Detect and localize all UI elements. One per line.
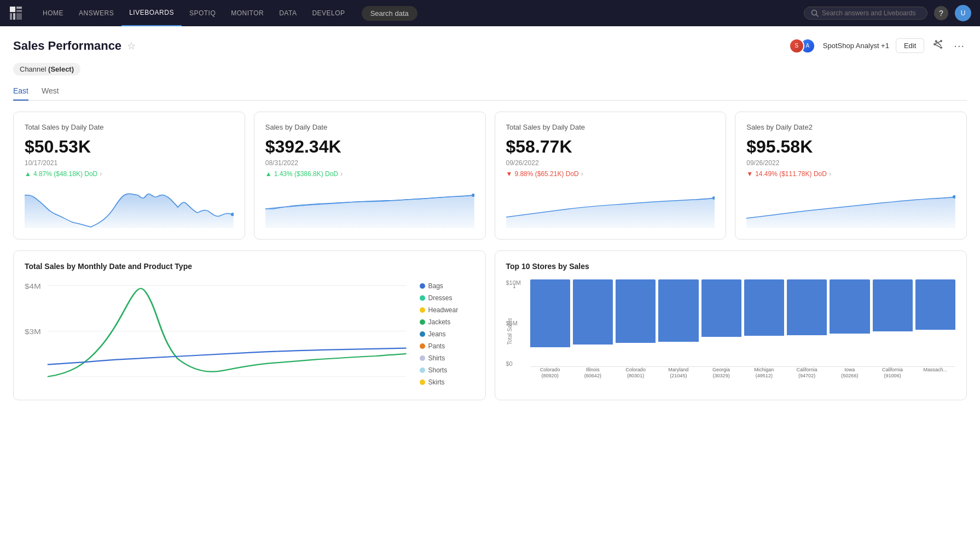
page-title-row: Sales Performance ☆: [13, 39, 136, 53]
bar-chart-container: $10M $5M $0 ↓ Total Sales: [506, 279, 956, 383]
card-title-3: Total Sales by Daily Date: [506, 123, 715, 131]
line-chart-title: Total Sales by Monthly Date and Product …: [25, 262, 474, 271]
svg-rect-5: [16, 13, 22, 20]
bar-group-6: [744, 279, 784, 366]
legend-jeans: Jeans: [420, 330, 474, 338]
card-delta-text-4: 14.49% ($111.78K) DoD: [755, 170, 827, 178]
favorite-button[interactable]: ☆: [127, 40, 136, 52]
collaborators-label: SpotShop Analyst +1: [823, 42, 889, 50]
collab-avatar-1: S: [789, 38, 804, 54]
sort-icon[interactable]: ↓: [513, 281, 517, 290]
share-button[interactable]: [931, 37, 945, 54]
search-input[interactable]: [822, 9, 920, 17]
card-date-1: 10/17/2021: [25, 159, 234, 167]
legend-label-dresses: Dresses: [428, 294, 453, 302]
main-content: Sales Performance ☆ S A SpotShop Analyst…: [0, 26, 980, 537]
legend-shorts: Shorts: [420, 366, 474, 374]
edit-button[interactable]: Edit: [896, 38, 924, 53]
tab-west[interactable]: West: [42, 86, 59, 101]
svg-rect-0: [10, 7, 15, 12]
bar-9[interactable]: [873, 279, 913, 331]
bar-8[interactable]: [830, 279, 869, 334]
bar-group-5: [701, 279, 741, 366]
bar-5[interactable]: [701, 279, 741, 337]
bar-1[interactable]: [530, 279, 570, 347]
chevron-right-icon-2: ›: [340, 170, 343, 178]
card-delta-text-3: 9.88% ($65.21K) DoD: [514, 170, 578, 178]
y-label-top: $10M: [506, 279, 527, 286]
card-delta-4[interactable]: ▼ 14.49% ($111.78K) DoD ›: [746, 170, 955, 178]
nav-home[interactable]: HOME: [35, 0, 71, 26]
nav-monitor[interactable]: MONITOR: [223, 0, 271, 26]
legend-dot-bags: [420, 283, 425, 289]
card-chart-1: [25, 184, 234, 228]
legend-dot-dresses: [420, 295, 425, 301]
bar-10[interactable]: [915, 279, 955, 330]
x-label-8: Iowa(50266): [830, 367, 869, 383]
x-label-3: Colorado(80301): [616, 367, 656, 383]
x-label-5: Georgia(30329): [701, 367, 741, 383]
legend-dot-headwear: [420, 307, 425, 313]
y-axis-title: Total Sales: [506, 318, 512, 345]
card-chart-4: [746, 184, 955, 228]
down-arrow-icon-4: ▼: [746, 170, 753, 178]
nav-liveboards[interactable]: LIVEBOARDS: [121, 0, 182, 26]
bar-3[interactable]: [616, 279, 656, 343]
card-delta-3[interactable]: ▼ 9.88% ($65.21K) DoD ›: [506, 170, 715, 178]
bar-group-10: [915, 279, 955, 366]
bar-4[interactable]: [658, 279, 698, 342]
x-label-1: Colorado(80920): [530, 367, 570, 383]
card-total-sales-3: Total Sales by Daily Date $58.77K 09/26/…: [495, 112, 727, 240]
tab-east[interactable]: East: [13, 86, 28, 101]
region-tabs: East West: [13, 86, 967, 101]
legend-dresses: Dresses: [420, 294, 474, 302]
legend-label-shorts: Shorts: [428, 366, 448, 374]
nav-develop[interactable]: DEVELOP: [304, 0, 352, 26]
filter-bar: Channel (Select): [13, 63, 967, 75]
card-title-1: Total Sales by Daily Date: [25, 123, 234, 131]
search-data-button[interactable]: Search data: [362, 6, 417, 21]
card-delta-2[interactable]: ▲ 1.43% ($386.8K) DoD ›: [265, 170, 474, 178]
bar-group-2: [573, 279, 613, 366]
page-title: Sales Performance: [13, 39, 121, 53]
card-sales-2: Sales by Daily Date $392.34K 08/31/2022 …: [254, 112, 486, 240]
bar-6[interactable]: [744, 279, 784, 336]
x-label-7: California(94702): [787, 367, 827, 383]
nav-spotiq[interactable]: SPOTIQ: [182, 0, 223, 26]
legend-skirts: Skirts: [420, 378, 474, 386]
filter-value: (Select): [48, 65, 74, 73]
svg-line-7: [816, 15, 819, 17]
channel-filter[interactable]: Channel (Select): [13, 63, 80, 75]
bar-2[interactable]: [573, 279, 613, 345]
page-header-right: S A SpotShop Analyst +1 Edit ···: [789, 37, 967, 54]
more-options-button[interactable]: ···: [952, 37, 967, 54]
bars-container: [530, 279, 956, 367]
up-arrow-icon-1: ▲: [25, 170, 31, 178]
legend-label-shirts: Shirts: [428, 354, 445, 362]
svg-point-10: [940, 46, 942, 49]
help-button[interactable]: ?: [934, 6, 948, 20]
legend-label-pants: Pants: [428, 342, 445, 350]
line-chart-container: $4M $3M Bags: [25, 279, 474, 389]
card-delta-text-2: 1.43% ($386.8K) DoD: [274, 170, 338, 178]
legend-dot-shorts: [420, 367, 425, 373]
card-date-2: 08/31/2022: [265, 159, 474, 167]
nav-links: HOME ANSWERS LIVEBOARDS SPOTIQ MONITOR D…: [35, 0, 804, 26]
svg-rect-1: [16, 7, 22, 9]
x-label-10: Massach...: [915, 367, 955, 383]
nav-data[interactable]: DATA: [271, 0, 304, 26]
svg-text:$4M: $4M: [25, 282, 41, 290]
filter-label: Channel: [20, 65, 46, 73]
bar-group-7: [787, 279, 827, 366]
card-delta-1[interactable]: ▲ 4.87% ($48.18K) DoD ›: [25, 170, 234, 178]
legend-label-headwear: Headwear: [428, 306, 459, 314]
bar-7[interactable]: [787, 279, 827, 335]
bottom-row: Total Sales by Monthly Date and Product …: [13, 250, 967, 400]
nav-search-bar[interactable]: [804, 7, 927, 20]
legend-dot-jackets: [420, 319, 425, 325]
user-avatar[interactable]: U: [955, 5, 971, 21]
nav-answers[interactable]: ANSWERS: [71, 0, 121, 26]
card-sales-4: Sales by Daily Date2 $95.58K 09/26/2022 …: [735, 112, 967, 240]
svg-rect-3: [10, 13, 12, 20]
card-chart-3: [506, 184, 715, 228]
